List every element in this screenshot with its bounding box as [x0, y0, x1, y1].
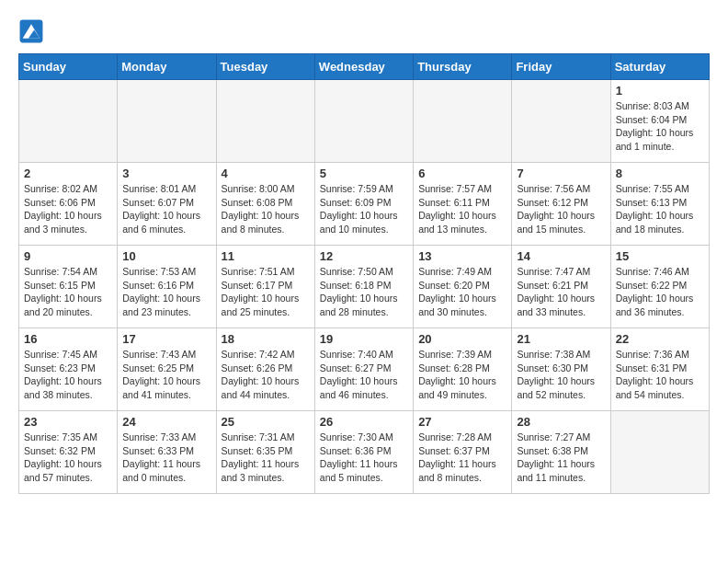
calendar-cell: 13Sunrise: 7:49 AM Sunset: 6:20 PM Dayli…: [414, 246, 512, 328]
day-info: Sunrise: 8:03 AM Sunset: 6:04 PM Dayligh…: [616, 99, 704, 154]
calendar-table: SundayMondayTuesdayWednesdayThursdayFrid…: [18, 53, 710, 494]
day-info: Sunrise: 7:28 AM Sunset: 6:37 PM Dayligh…: [418, 431, 506, 485]
day-number: 27: [418, 415, 506, 429]
calendar-cell: 5Sunrise: 7:59 AM Sunset: 6:09 PM Daylig…: [314, 163, 413, 246]
day-number: 21: [517, 332, 605, 346]
calendar-cell: 16Sunrise: 7:45 AM Sunset: 6:23 PM Dayli…: [19, 328, 118, 411]
day-number: 8: [616, 167, 704, 180]
day-info: Sunrise: 7:40 AM Sunset: 6:27 PM Dayligh…: [320, 348, 408, 402]
day-info: Sunrise: 7:30 AM Sunset: 6:36 PM Dayligh…: [320, 431, 408, 485]
calendar-cell: 28Sunrise: 7:27 AM Sunset: 6:38 PM Dayli…: [512, 411, 610, 494]
day-number: 12: [320, 249, 408, 263]
day-info: Sunrise: 7:36 AM Sunset: 6:31 PM Dayligh…: [616, 348, 704, 402]
calendar-cell: 3Sunrise: 8:01 AM Sunset: 6:07 PM Daylig…: [118, 163, 216, 246]
day-info: Sunrise: 7:57 AM Sunset: 6:11 PM Dayligh…: [418, 182, 506, 236]
calendar-cell: 9Sunrise: 7:54 AM Sunset: 6:15 PM Daylig…: [19, 246, 118, 328]
calendar-cell: 26Sunrise: 7:30 AM Sunset: 6:36 PM Dayli…: [314, 411, 413, 494]
week-row-4: 23Sunrise: 7:35 AM Sunset: 6:32 PM Dayli…: [19, 411, 710, 494]
day-number: 5: [320, 167, 408, 180]
day-info: Sunrise: 7:53 AM Sunset: 6:16 PM Dayligh…: [122, 265, 210, 319]
calendar-cell: 8Sunrise: 7:55 AM Sunset: 6:13 PM Daylig…: [610, 163, 709, 246]
logo: [18, 18, 48, 44]
calendar-cell: 17Sunrise: 7:43 AM Sunset: 6:25 PM Dayli…: [118, 328, 216, 411]
day-info: Sunrise: 7:55 AM Sunset: 6:13 PM Dayligh…: [616, 182, 704, 236]
calendar-cell: 7Sunrise: 7:56 AM Sunset: 6:12 PM Daylig…: [512, 163, 610, 246]
day-number: 10: [122, 249, 210, 263]
calendar-cell: 12Sunrise: 7:50 AM Sunset: 6:18 PM Dayli…: [314, 246, 413, 328]
calendar-cell: [512, 80, 610, 163]
day-info: Sunrise: 7:35 AM Sunset: 6:32 PM Dayligh…: [24, 431, 112, 485]
day-info: Sunrise: 7:50 AM Sunset: 6:18 PM Dayligh…: [320, 265, 408, 319]
day-number: 7: [517, 167, 605, 180]
day-number: 9: [24, 249, 112, 263]
weekday-header-monday: Monday: [118, 54, 216, 80]
weekday-header-sunday: Sunday: [19, 54, 118, 80]
calendar-cell: 27Sunrise: 7:28 AM Sunset: 6:37 PM Dayli…: [414, 411, 512, 494]
weekday-header-friday: Friday: [512, 54, 610, 80]
day-number: 23: [24, 415, 112, 429]
weekday-header-tuesday: Tuesday: [216, 54, 314, 80]
calendar-cell: 20Sunrise: 7:39 AM Sunset: 6:28 PM Dayli…: [414, 328, 512, 411]
calendar-cell: 6Sunrise: 7:57 AM Sunset: 6:11 PM Daylig…: [414, 163, 512, 246]
day-info: Sunrise: 7:51 AM Sunset: 6:17 PM Dayligh…: [222, 265, 310, 319]
calendar-cell: 24Sunrise: 7:33 AM Sunset: 6:33 PM Dayli…: [118, 411, 216, 494]
calendar-cell: 21Sunrise: 7:38 AM Sunset: 6:30 PM Dayli…: [512, 328, 610, 411]
day-info: Sunrise: 8:01 AM Sunset: 6:07 PM Dayligh…: [122, 182, 210, 236]
day-info: Sunrise: 7:45 AM Sunset: 6:23 PM Dayligh…: [24, 348, 112, 402]
day-info: Sunrise: 7:54 AM Sunset: 6:15 PM Dayligh…: [24, 265, 112, 319]
calendar-cell: 18Sunrise: 7:42 AM Sunset: 6:26 PM Dayli…: [216, 328, 314, 411]
calendar-cell: [216, 80, 314, 163]
calendar-cell: 25Sunrise: 7:31 AM Sunset: 6:35 PM Dayli…: [216, 411, 314, 494]
day-info: Sunrise: 7:49 AM Sunset: 6:20 PM Dayligh…: [418, 265, 506, 319]
calendar-cell: 11Sunrise: 7:51 AM Sunset: 6:17 PM Dayli…: [216, 246, 314, 328]
week-row-1: 2Sunrise: 8:02 AM Sunset: 6:06 PM Daylig…: [19, 163, 710, 246]
day-number: 19: [320, 332, 408, 346]
day-number: 1: [616, 84, 704, 98]
day-number: 25: [222, 415, 310, 429]
calendar-cell: 23Sunrise: 7:35 AM Sunset: 6:32 PM Dayli…: [19, 411, 118, 494]
day-number: 2: [24, 167, 112, 180]
day-info: Sunrise: 7:31 AM Sunset: 6:35 PM Dayligh…: [222, 431, 310, 485]
day-info: Sunrise: 7:47 AM Sunset: 6:21 PM Dayligh…: [517, 265, 605, 319]
day-number: 4: [222, 167, 310, 180]
day-info: Sunrise: 7:38 AM Sunset: 6:30 PM Dayligh…: [517, 348, 605, 402]
week-row-0: 1Sunrise: 8:03 AM Sunset: 6:04 PM Daylig…: [19, 80, 710, 163]
day-number: 18: [222, 332, 310, 346]
calendar-cell: [414, 80, 512, 163]
weekday-header-row: SundayMondayTuesdayWednesdayThursdayFrid…: [19, 54, 710, 80]
day-number: 28: [517, 415, 605, 429]
calendar-cell: [314, 80, 413, 163]
day-info: Sunrise: 7:39 AM Sunset: 6:28 PM Dayligh…: [418, 348, 506, 402]
day-info: Sunrise: 7:43 AM Sunset: 6:25 PM Dayligh…: [122, 348, 210, 402]
day-info: Sunrise: 8:02 AM Sunset: 6:06 PM Dayligh…: [24, 182, 112, 236]
day-number: 6: [418, 167, 506, 180]
day-info: Sunrise: 7:59 AM Sunset: 6:09 PM Dayligh…: [320, 182, 408, 236]
weekday-header-saturday: Saturday: [610, 54, 709, 80]
calendar-cell: 19Sunrise: 7:40 AM Sunset: 6:27 PM Dayli…: [314, 328, 413, 411]
day-info: Sunrise: 8:00 AM Sunset: 6:08 PM Dayligh…: [222, 182, 310, 236]
weekday-header-wednesday: Wednesday: [314, 54, 413, 80]
calendar-cell: [610, 411, 709, 494]
day-number: 20: [418, 332, 506, 346]
calendar-cell: 14Sunrise: 7:47 AM Sunset: 6:21 PM Dayli…: [512, 246, 610, 328]
day-number: 17: [122, 332, 210, 346]
calendar-cell: 22Sunrise: 7:36 AM Sunset: 6:31 PM Dayli…: [610, 328, 709, 411]
weekday-header-thursday: Thursday: [414, 54, 512, 80]
calendar-cell: 1Sunrise: 8:03 AM Sunset: 6:04 PM Daylig…: [610, 80, 709, 163]
logo-icon: [18, 18, 44, 44]
day-info: Sunrise: 7:42 AM Sunset: 6:26 PM Dayligh…: [222, 348, 310, 402]
day-number: 24: [122, 415, 210, 429]
day-info: Sunrise: 7:56 AM Sunset: 6:12 PM Dayligh…: [517, 182, 605, 236]
day-number: 22: [616, 332, 704, 346]
day-number: 14: [517, 249, 605, 263]
week-row-3: 16Sunrise: 7:45 AM Sunset: 6:23 PM Dayli…: [19, 328, 710, 411]
day-info: Sunrise: 7:33 AM Sunset: 6:33 PM Dayligh…: [122, 431, 210, 485]
day-info: Sunrise: 7:46 AM Sunset: 6:22 PM Dayligh…: [616, 265, 704, 319]
day-number: 11: [222, 249, 310, 263]
calendar-cell: 10Sunrise: 7:53 AM Sunset: 6:16 PM Dayli…: [118, 246, 216, 328]
calendar-cell: 2Sunrise: 8:02 AM Sunset: 6:06 PM Daylig…: [19, 163, 118, 246]
day-number: 3: [122, 167, 210, 180]
calendar-cell: [118, 80, 216, 163]
day-info: Sunrise: 7:27 AM Sunset: 6:38 PM Dayligh…: [517, 431, 605, 485]
week-row-2: 9Sunrise: 7:54 AM Sunset: 6:15 PM Daylig…: [19, 246, 710, 328]
